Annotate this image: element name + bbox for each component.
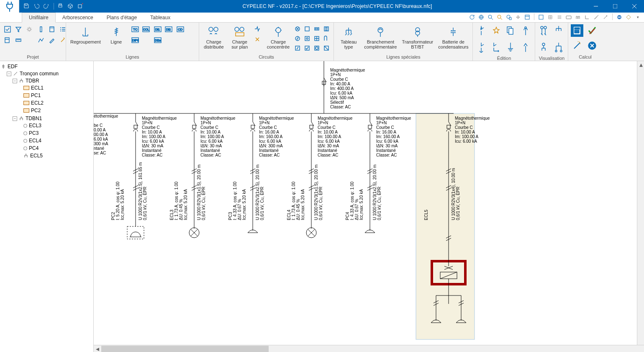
tab-arborescence[interactable]: Arborescence bbox=[56, 13, 100, 22]
btn-batterie[interactable]: Batterie de condensateurs bbox=[436, 24, 470, 50]
grid-dots-icon[interactable] bbox=[556, 13, 563, 21]
edit-copy-icon[interactable] bbox=[505, 24, 516, 37]
vertical-scrollbar[interactable]: ▴ bbox=[637, 61, 644, 345]
tree-troncon[interactable]: −Tronçon commun bbox=[1, 70, 92, 77]
circ-b2-icon[interactable] bbox=[303, 34, 312, 43]
edit-wind-icon[interactable] bbox=[520, 24, 531, 37]
projet-filter-icon[interactable] bbox=[13, 24, 23, 34]
ligne-dips-icon[interactable]: DIPS bbox=[130, 35, 140, 45]
circ-b3-icon[interactable] bbox=[312, 34, 321, 43]
minimize-button[interactable] bbox=[586, 0, 606, 13]
btn-charge-sur-plan[interactable]: Charge sur plan bbox=[228, 24, 252, 50]
ortho-icon[interactable] bbox=[583, 13, 591, 21]
settings-icon[interactable] bbox=[602, 13, 609, 21]
zoom-icon[interactable] bbox=[487, 13, 494, 21]
calc-wand-icon[interactable] bbox=[571, 39, 583, 52]
vis-tree-icon[interactable] bbox=[553, 24, 564, 37]
ligne-tc-icon[interactable]: TC bbox=[130, 24, 140, 34]
circ-a3-icon[interactable] bbox=[312, 24, 321, 33]
help-globe-icon[interactable] bbox=[616, 13, 623, 21]
projet-ruler-icon[interactable] bbox=[13, 35, 23, 45]
circ-b4-icon[interactable] bbox=[322, 34, 331, 43]
projet-panel-icon[interactable] bbox=[3, 35, 13, 45]
tab-tableaux[interactable]: Tableaux bbox=[144, 13, 177, 22]
tree-ecl5[interactable]: ECL5 bbox=[1, 152, 92, 159]
calc-cancel-icon[interactable] bbox=[586, 39, 598, 52]
tree-tdbr[interactable]: −TDBR bbox=[1, 77, 92, 84]
circ-sym1-icon[interactable] bbox=[254, 25, 263, 34]
btn-ligne[interactable]: Ligne bbox=[104, 24, 128, 45]
projet-check-icon[interactable] bbox=[3, 24, 13, 34]
tree-ecl1[interactable]: ECL1 bbox=[1, 85, 92, 91]
close-button[interactable] bbox=[625, 0, 644, 13]
circ-a4-icon[interactable] bbox=[322, 24, 331, 33]
zoom-window-icon[interactable] bbox=[505, 13, 513, 21]
tab-unifilaire[interactable]: Unifilaire bbox=[22, 13, 56, 23]
maximize-button[interactable] bbox=[606, 0, 625, 13]
snap-icon[interactable] bbox=[574, 13, 582, 21]
cube-icon[interactable] bbox=[67, 3, 74, 10]
print-icon[interactable] bbox=[57, 3, 64, 10]
undo-icon[interactable] bbox=[33, 3, 40, 10]
edit-right-icon[interactable] bbox=[490, 41, 502, 54]
ligne-col-icon[interactable]: COL bbox=[141, 24, 151, 34]
circ-c4-icon[interactable] bbox=[322, 44, 331, 53]
calc-calculator-icon[interactable] bbox=[571, 24, 583, 37]
branch[interactable]: Magnétothermique1P+NCourbe CIn: 16.00 AI… bbox=[345, 113, 411, 233]
ligne-cd-icon[interactable]: CD bbox=[175, 24, 185, 34]
btn-charge-concentree[interactable]: Charge concentrée bbox=[265, 24, 291, 50]
projet-fuse-icon[interactable] bbox=[36, 24, 46, 34]
tree-ecl2[interactable]: ECL2 bbox=[1, 100, 92, 106]
circ-sym2-icon[interactable] bbox=[254, 36, 263, 45]
circ-a2-icon[interactable] bbox=[303, 24, 312, 33]
app-plug-icon[interactable] bbox=[0, 0, 19, 13]
circ-a1-icon[interactable] bbox=[293, 24, 302, 33]
horizontal-scrollbar[interactable]: ◂ bbox=[94, 345, 644, 352]
edit-ground-icon[interactable] bbox=[505, 41, 516, 54]
circ-b1-icon[interactable] bbox=[293, 34, 302, 43]
vis-node-icon[interactable] bbox=[538, 41, 549, 54]
breaker-main[interactable] bbox=[322, 78, 326, 90]
vis-measure-icon[interactable] bbox=[538, 24, 549, 37]
zoom-fit-icon[interactable] bbox=[496, 13, 503, 21]
tab-plans[interactable]: Plans d'étage bbox=[100, 13, 144, 22]
circ-c2-icon[interactable] bbox=[303, 44, 312, 53]
edit-star-icon[interactable] bbox=[490, 24, 502, 37]
tree-ecl4[interactable]: ECL4 bbox=[1, 137, 92, 144]
ligne-di2s-icon[interactable]: DI2s bbox=[153, 35, 163, 45]
schematic-canvas[interactable]: Magnétothermique 1P+N Courbe C In: 40.00… bbox=[94, 61, 644, 352]
projet-pen-icon[interactable] bbox=[47, 35, 57, 45]
projet-poly-icon[interactable] bbox=[36, 35, 46, 45]
tree-pc4[interactable]: PC4 bbox=[1, 145, 92, 152]
refresh-icon[interactable] bbox=[468, 13, 476, 21]
calc-check-icon[interactable] bbox=[586, 24, 598, 37]
globe-icon[interactable] bbox=[477, 13, 485, 21]
tree-pc2[interactable]: PC2 bbox=[1, 107, 92, 114]
tree-pc1[interactable]: PC1 bbox=[1, 92, 92, 99]
pan-icon[interactable] bbox=[514, 13, 522, 21]
btn-branchement[interactable]: Branchement complémentaire bbox=[362, 24, 398, 50]
tree-pc3[interactable]: PC3 bbox=[1, 130, 92, 136]
project-tree[interactable]: EDF −Tronçon commun −TDBR ECL1 PC1 ECL2 … bbox=[0, 61, 94, 352]
tree-tdbn1[interactable]: −TDBN1 bbox=[1, 115, 92, 122]
grid-toggle-icon[interactable] bbox=[547, 13, 554, 21]
edit-switch-icon[interactable] bbox=[475, 24, 487, 37]
redo-icon[interactable] bbox=[44, 3, 50, 10]
print-full-icon[interactable] bbox=[523, 13, 531, 21]
vis-branch-icon[interactable] bbox=[553, 41, 564, 54]
export-icon[interactable] bbox=[77, 3, 84, 10]
tree-edf[interactable]: EDF bbox=[1, 63, 92, 70]
branch[interactable]: Magnétothermique1P+NCourbe CIn: 10.00 AI… bbox=[287, 113, 353, 238]
tree-ecl3[interactable]: ECL3 bbox=[1, 122, 92, 129]
help-diamond-icon[interactable] bbox=[625, 13, 632, 21]
projet-gear-icon[interactable] bbox=[24, 24, 34, 34]
ligne-di2-icon[interactable]: DI2 bbox=[164, 24, 174, 34]
branch[interactable]: Magnétothermique1P+NCourbe CIn: 16.00 AI… bbox=[228, 113, 294, 233]
btn-charge-distribuee[interactable]: Charge distribuée bbox=[202, 24, 226, 50]
btn-tableau-type[interactable]: Tableau type bbox=[336, 24, 361, 50]
btn-transformateur[interactable]: Transformateur BT/BT bbox=[400, 24, 435, 50]
save-icon[interactable] bbox=[23, 3, 30, 10]
window-icon[interactable] bbox=[537, 13, 545, 21]
branch[interactable]: Magnétothermique1P+NCourbe CIn: 10.00 AI… bbox=[169, 113, 236, 238]
circ-c3-icon[interactable] bbox=[312, 44, 321, 53]
